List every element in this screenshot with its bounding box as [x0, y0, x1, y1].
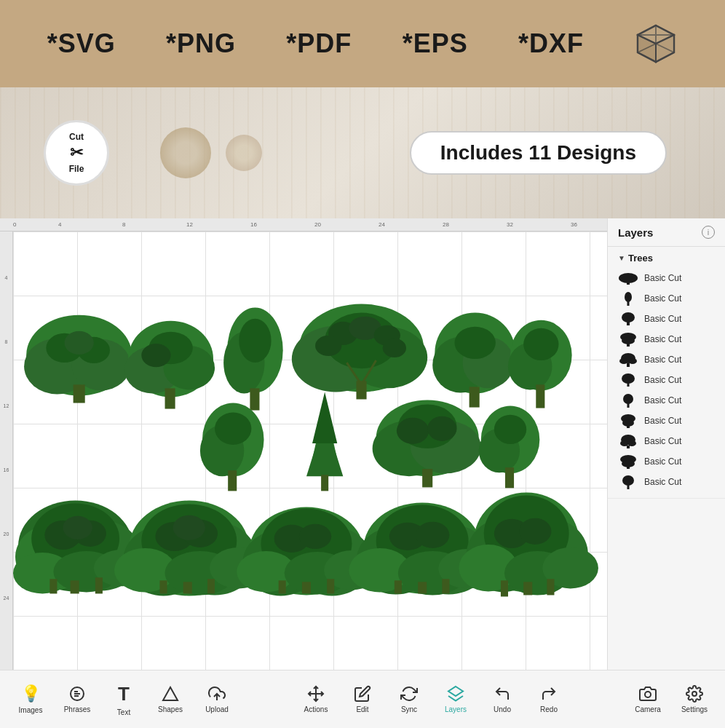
layer-name-8: Basic Cut: [644, 416, 681, 426]
cut-file-badge: Cut ✂ File: [44, 120, 109, 186]
svg-point-143: [623, 394, 633, 404]
info-icon[interactable]: i: [702, 226, 715, 239]
tree-8: [306, 392, 343, 491]
format-pdf: *PDF: [286, 28, 352, 59]
svg-rect-76: [49, 579, 57, 593]
phrases-label: Phrases: [64, 705, 91, 713]
svg-rect-12: [74, 384, 85, 403]
toolbar-edit[interactable]: Edit: [346, 685, 379, 713]
layer-item-2[interactable]: Basic Cut: [618, 288, 715, 309]
layer-item-3[interactable]: Basic Cut: [618, 309, 715, 329]
layer-thumb-10: [618, 454, 638, 469]
wood-knot: [160, 127, 211, 178]
svg-rect-89: [159, 580, 167, 593]
3d-box-icon: [634, 22, 678, 66]
svg-rect-114: [418, 582, 427, 593]
header-banner: *SVG *PNG *PDF *EPS *DXF: [0, 0, 725, 87]
layer-item-4[interactable]: Basic Cut: [618, 329, 715, 349]
svg-rect-127: [547, 579, 554, 595]
svg-rect-156: [627, 485, 630, 489]
svg-point-146: [622, 419, 634, 427]
svg-point-128: [619, 273, 638, 283]
ruler-mark-24: 24: [379, 221, 385, 228]
workspace: 0 4 8 12 16 20 24 28 32 36 4 8 12 16 20 …: [0, 218, 725, 670]
format-png: *PNG: [166, 28, 236, 59]
actions-label: Actions: [304, 705, 328, 713]
ruler-numbers: 0 4 8 12 16 20 24 28 32 36: [0, 218, 607, 232]
ruler-mark-12: 12: [186, 221, 193, 228]
undo-label: Undo: [494, 705, 511, 713]
layer-item-8[interactable]: Basic Cut: [618, 411, 715, 431]
layer-item-5[interactable]: Basic Cut: [618, 349, 715, 370]
toolbar-images[interactable]: 💡 Images: [15, 684, 47, 714]
layers-list[interactable]: ▼ Trees Basic Cut Basic Cut: [608, 247, 725, 670]
camera-icon: [639, 685, 657, 703]
tree-3: [223, 308, 283, 411]
svg-point-139: [628, 358, 637, 364]
toolbar-sync[interactable]: Sync: [393, 685, 425, 713]
toolbar-settings[interactable]: Settings: [678, 685, 710, 713]
svg-point-25: [239, 319, 271, 363]
svg-point-155: [622, 475, 634, 486]
layer-item-6[interactable]: Basic Cut: [618, 370, 715, 390]
svg-point-164: [692, 692, 697, 696]
svg-rect-19: [165, 388, 175, 408]
ruler-mark-36: 36: [571, 221, 577, 228]
svg-point-61: [427, 416, 456, 441]
svg-point-60: [397, 418, 429, 444]
svg-rect-133: [627, 322, 630, 325]
sync-label: Sync: [401, 705, 417, 713]
toolbar-undo[interactable]: Undo: [486, 685, 518, 713]
svg-rect-129: [627, 282, 630, 285]
toolbar-shapes[interactable]: Shapes: [154, 685, 186, 713]
toolbar-actions[interactable]: Actions: [300, 685, 332, 713]
svg-point-100: [299, 524, 331, 549]
trees-svg: [13, 232, 607, 670]
edit-icon: [354, 685, 371, 703]
layer-item-10[interactable]: Basic Cut: [618, 451, 715, 472]
layer-thumb-7: [618, 393, 638, 408]
svg-rect-125: [501, 580, 508, 596]
layer-name-11: Basic Cut: [644, 477, 681, 487]
svg-rect-113: [395, 580, 402, 593]
triangle-icon: ▼: [618, 254, 625, 262]
svg-rect-53: [321, 475, 328, 491]
layer-item-1[interactable]: Basic Cut: [618, 268, 715, 288]
toolbar-text[interactable]: T Text: [108, 683, 140, 716]
ruler-mark-4: 4: [58, 221, 61, 228]
undo-icon: [494, 685, 511, 703]
layer-thumb-5: [618, 352, 638, 367]
toolbar-phrases[interactable]: Phrases: [61, 685, 93, 713]
ruler-mark-32: 32: [507, 221, 513, 228]
toolbar-upload[interactable]: Upload: [201, 685, 233, 713]
layer-group-header[interactable]: ▼ Trees: [618, 253, 715, 264]
svg-rect-131: [627, 301, 630, 306]
ruler-mark-0: 0: [13, 221, 16, 228]
svg-rect-58: [422, 469, 432, 487]
svg-rect-90: [183, 582, 192, 593]
tree-7: [200, 403, 264, 491]
svg-rect-154: [627, 467, 630, 469]
tree-1: [24, 315, 132, 403]
layer-item-11[interactable]: Basic Cut: [618, 472, 715, 492]
image-icon: 💡: [21, 684, 41, 703]
file-label: File: [69, 164, 84, 174]
svg-rect-147: [627, 426, 630, 428]
redo-icon: [540, 685, 558, 703]
canvas-area[interactable]: 0 4 8 12 16 20 24 28 32 36 4 8 12 16 20 …: [0, 218, 607, 670]
layer-item-7[interactable]: Basic Cut: [618, 390, 715, 411]
svg-rect-140: [627, 363, 630, 367]
ruler-mark-20: 20: [314, 221, 321, 228]
svg-marker-162: [448, 687, 463, 696]
svg-point-50: [215, 413, 251, 445]
svg-point-163: [645, 692, 651, 697]
toolbar-camera[interactable]: Camera: [632, 685, 664, 713]
canvas-content[interactable]: [13, 232, 607, 670]
svg-point-138: [619, 358, 628, 364]
toolbar-layers[interactable]: Layers: [440, 685, 472, 713]
toolbar-left-group: 💡 Images Phrases T Text Shapes Upload: [15, 683, 233, 716]
layer-name-4: Basic Cut: [644, 334, 681, 344]
layer-item-9[interactable]: Basic Cut: [618, 431, 715, 451]
toolbar-redo[interactable]: Redo: [533, 685, 565, 713]
layer-group-name: Trees: [628, 253, 653, 264]
